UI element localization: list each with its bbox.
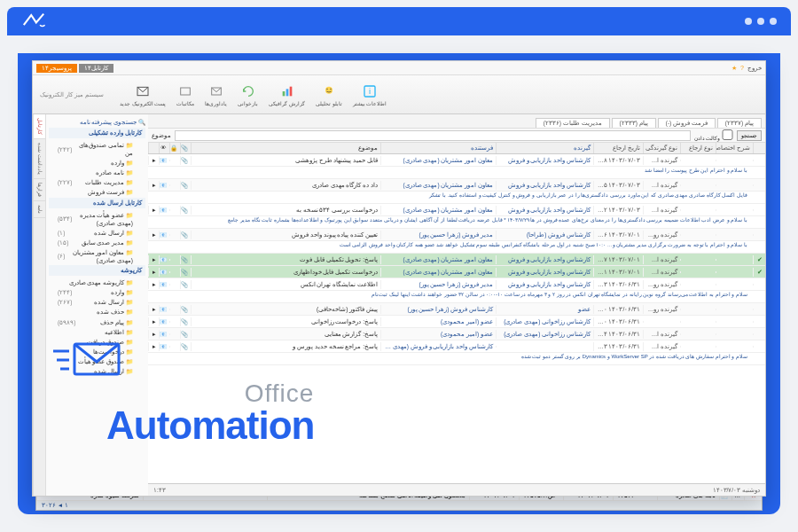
- svg-rect-9: [181, 88, 191, 95]
- help-icon[interactable]: ?: [740, 65, 744, 71]
- app-window: خروج ? ★ کارتابل۱۴ پروسیجر۱۴ iاطلاعات بی…: [32, 60, 766, 497]
- window-controls: [745, 18, 777, 25]
- col-to[interactable]: گیرنده: [496, 143, 593, 153]
- grid-row[interactable]: ۱۴۰۳/۰۶/۳۱ ۱۳:۱۰کارشناس رزاخوانی (مهدی ص…: [148, 316, 765, 328]
- tree-item[interactable]: 📁 کارپوشه مهدی صادری: [49, 278, 145, 287]
- grid-row-preview: با سلام و احترام این طرح پیوست را امضا ش…: [148, 167, 765, 179]
- search-check-label[interactable]: وکالت دادن: [694, 129, 733, 141]
- tree-item[interactable]: 📁 وارده(۲۴۴): [49, 287, 145, 297]
- search-row: جستجو وکالت دادن موضوع: [148, 129, 765, 143]
- ribbon-followups[interactable]: یادا‌وری‌ها: [205, 83, 227, 106]
- tree-item[interactable]: 📁 نامه صادره: [49, 168, 145, 177]
- col-from[interactable]: فرستنده: [380, 143, 496, 153]
- title-tab-active[interactable]: پروسیجر۱۴: [36, 64, 77, 73]
- dot-icon: [745, 18, 752, 25]
- vtab[interactable]: کارتابل: [34, 114, 45, 139]
- col-reftype[interactable]: نوع ارجاع: [680, 143, 716, 153]
- tree-item[interactable]: 📁 پیام حذف(۵۹۸۹): [49, 317, 145, 327]
- grid-row[interactable]: ✔گیرنده اصلی۱۴۰۳/۰۷/۰۱ ۱۰:۳۱کارشناس واحد…: [148, 266, 765, 278]
- svg-rect-6: [286, 89, 288, 96]
- tree-item[interactable]: 📁 مدیریت طلبات(۲۲۷): [49, 177, 145, 187]
- main-tab[interactable]: پیام (۲۳۳۳): [612, 118, 656, 128]
- tree-section[interactable]: کارپوشه: [49, 265, 145, 276]
- tree-item[interactable]: 📁 اطلاعیه: [49, 327, 145, 337]
- star-icon[interactable]: ★: [732, 65, 737, 72]
- search-button[interactable]: جستجو: [737, 130, 762, 141]
- tree-item[interactable]: 📁 ارسال شده(۱): [49, 228, 145, 238]
- pager[interactable]: ۱ ◄ ۳۰۲۶: [36, 501, 762, 510]
- vtab[interactable]: یادداشت شده: [34, 139, 45, 179]
- titlebar: خروج ? ★ کارتابل۱۴ پروسیجر۱۴: [33, 61, 765, 75]
- vtab[interactable]: نامه: [34, 201, 45, 218]
- ribbon-more[interactable]: iاطلاعات بیشتر: [353, 83, 387, 106]
- grid-row[interactable]: گیرنده اصلی۱۴۰۳/۰۶/۳۱ ۱۳:۰۳کارشناس واحد …: [148, 340, 765, 353]
- col-recvtype[interactable]: نوع گیرندگی: [643, 143, 680, 153]
- tree-item[interactable]: 📁 عضو هیأت مدیره (مهدی صادری)(۵۳۴): [49, 210, 145, 228]
- main-tabs: پیام (۲۳۳۷) فرمت فروش (-) پیام (۲۳۳۳) مد…: [148, 114, 765, 129]
- grid-header: شرح اختصاصی نوع ارجاع نوع گیرندگی تاریخ …: [148, 143, 765, 154]
- svg-rect-7: [289, 86, 292, 96]
- grid-row[interactable]: گیرنده رونوشت۱۴۰۳/۰۷/۰۱ ۰۹:۵۶کارشناس فرو…: [148, 229, 765, 241]
- grid-row-preview: با سلام و عرض ادب اطلاعات ضمیمه بررسی دا…: [148, 216, 765, 229]
- tree-item[interactable]: 📁 ارسال شده(۲۶۷): [49, 297, 145, 307]
- grid-row[interactable]: گیرنده رونوشت۱۴۰۳/۰۶/۳۱ ۱۱:۰۳کارشناس واح…: [148, 278, 765, 291]
- search-label: موضوع: [152, 132, 171, 139]
- tree-section[interactable]: کارتابل ارسال شده: [49, 198, 145, 208]
- main-tab[interactable]: فرمت فروش (-): [658, 118, 716, 128]
- right-panel: 🔍 جستجوی پیشرفته نامه کارتابل وارده تشکی…: [33, 114, 148, 496]
- col-recv[interactable]: شرح اختصاصی: [716, 143, 753, 153]
- tree-item[interactable]: 📁 تمامی صندوق‌های من(۲۴۲): [49, 140, 145, 158]
- ribbon-contacts[interactable]: مکاتبات: [176, 83, 194, 106]
- main-tab[interactable]: مدیریت طلبات (۲۳۳۶): [536, 118, 610, 128]
- grid-row[interactable]: گیرنده رونوشت۱۴۰۳/۰۶/۳۱ ۱۳:۱۰عضوکارشناس …: [148, 303, 765, 316]
- tree-item[interactable]: 📁 وارده: [49, 158, 145, 168]
- svg-rect-5: [282, 91, 285, 96]
- tree-item[interactable]: 📁 مدیر صدی سابق(۱۵): [49, 238, 145, 247]
- grid-body[interactable]: گیرنده اصلی۱۴۰۳/۰۷/۰۳ ۱۳:۱۸کارشناس واحد …: [148, 154, 765, 483]
- tree-item[interactable]: 📁 ارسال شده: [49, 366, 145, 376]
- grid-row-preview: سلام و احترام به اطلاعت می‌رساند گروه نو…: [148, 291, 765, 303]
- tree-item[interactable]: 📁 درخواست‌ها: [49, 347, 145, 356]
- panel-search-link[interactable]: 🔍 جستجوی پیشرفته نامه: [49, 117, 145, 128]
- ribbon-analytic[interactable]: تابلو تحلیلی: [316, 83, 342, 106]
- col-date[interactable]: تاریخ ارجاع: [593, 143, 643, 153]
- main-tab[interactable]: پیام (۲۳۳۷): [717, 118, 762, 128]
- grid-row[interactable]: گیرنده اصلی۱۴۰۳/۰۷/۰۳ ۱۳:۰۵کارشناس واحد …: [148, 179, 765, 192]
- title-tab[interactable]: کارتابل۱۴: [79, 64, 113, 73]
- browser-chrome: [7, 7, 791, 35]
- tree-item[interactable]: 📁 صندوق عضو هیأت: [49, 356, 145, 366]
- system-title: سیستم میز کار الکترونیک: [40, 91, 109, 98]
- tree-panel[interactable]: 🔍 جستجوی پیشرفته نامه کارتابل وارده تشکی…: [46, 114, 148, 496]
- grid-row[interactable]: گیرنده اصلی۱۴۰۳/۰۶/۳۱ ۱۳:۰۴کارشناس رزاخو…: [148, 328, 765, 340]
- svg-point-3: [326, 88, 327, 89]
- grid-row-preview: سلام و احترام سفارش های دریافت شده در Wo…: [148, 353, 765, 365]
- grid-row[interactable]: ✔گیرنده اصلی۱۴۰۳/۰۷/۰۱ ۱۰:۳۷کارشناس واحد…: [148, 254, 765, 266]
- dot-icon: [770, 18, 777, 25]
- ribbon-graph[interactable]: گزارش گرافیکی: [269, 83, 305, 106]
- grid-row-preview: فایل اکسل کارگاه صادری مهدی صادری که این…: [148, 192, 765, 204]
- exit-link[interactable]: خروج: [747, 65, 762, 72]
- search-input[interactable]: [175, 130, 691, 141]
- tree-section[interactable]: کارتابل وارده تشکیلی: [49, 128, 145, 138]
- statusbar: دوشنبه ۱۴۰۳/۷/۰۳ ۱:۴۳: [148, 483, 765, 496]
- col-subject[interactable]: موضوع: [191, 143, 380, 153]
- status-time: ۱:۴۳: [153, 487, 166, 494]
- grid-row-preview: با سلام و احترام با توجه به ضرورت برگزار…: [148, 241, 765, 254]
- ribbon-new-mail[interactable]: پست الکترونیک جدید: [120, 83, 166, 106]
- main-area: پیام (۲۳۳۷) فرمت فروش (-) پیام (۲۳۳۳) مد…: [148, 114, 765, 496]
- tree-item[interactable]: 📁 فرست فروش: [49, 187, 145, 197]
- svg-point-4: [330, 88, 331, 89]
- dot-icon: [757, 18, 764, 25]
- tree-item[interactable]: 📁 معاون امور مشتریان (مهدی صادری)(۶): [49, 247, 145, 265]
- vertical-tabs: کارتابل یادداشت شده قرارها نامه: [34, 114, 46, 496]
- app-logo-icon: [21, 12, 46, 30]
- grid-row[interactable]: گیرنده اصلی۱۴۰۳/۰۷/۰۳ ۱۳:۰۲کارشناس واحد …: [148, 204, 765, 216]
- ribbon-refresh[interactable]: بازخوانی: [238, 83, 258, 106]
- svg-point-2: [325, 86, 332, 93]
- ribbon: iاطلاعات بیشتر تابلو تحلیلی گزارش گرافیک…: [33, 75, 765, 114]
- tree-item[interactable]: 📁 حذف شده: [49, 307, 145, 317]
- svg-text:i: i: [369, 87, 371, 96]
- grid-row[interactable]: گیرنده اصلی۱۴۰۳/۰۷/۰۳ ۱۳:۱۸کارشناس واحد …: [148, 154, 765, 167]
- tree-item[interactable]: 📁 صندوق دریافت: [49, 337, 145, 347]
- vtab[interactable]: قرارها: [34, 179, 45, 201]
